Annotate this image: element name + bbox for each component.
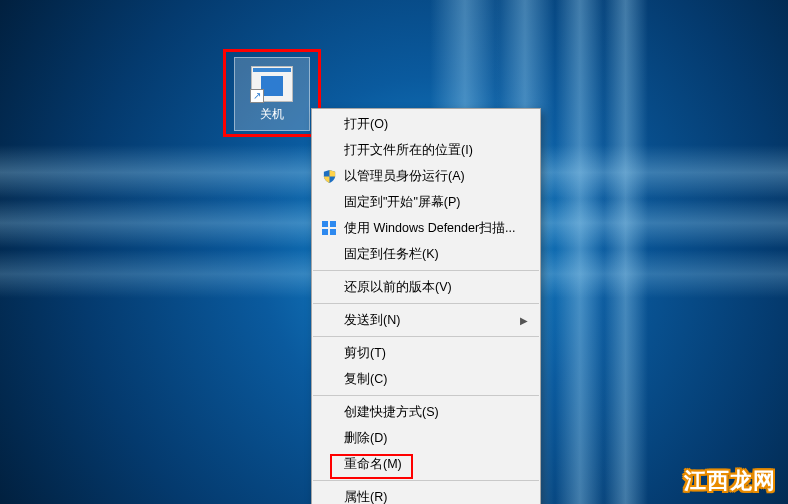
menu-divider [313, 395, 539, 396]
menu-item-label: 属性(R) [344, 489, 530, 505]
menu-item-cut[interactable]: 剪切(T) [312, 340, 540, 366]
context-menu: 打开(O) 打开文件所在的位置(I) 以管理员身份运行(A) 固定到"开始"屏幕… [311, 108, 541, 504]
menu-item-send-to[interactable]: 发送到(N) ▶ [312, 307, 540, 333]
menu-divider [313, 303, 539, 304]
svg-rect-2 [322, 229, 328, 235]
menu-item-open[interactable]: 打开(O) [312, 111, 540, 137]
menu-item-label: 剪切(T) [344, 345, 530, 362]
menu-item-label: 创建快捷方式(S) [344, 404, 530, 421]
shortcut-label: 关机 [260, 106, 284, 123]
menu-item-create-shortcut[interactable]: 创建快捷方式(S) [312, 399, 540, 425]
svg-rect-1 [330, 221, 336, 227]
menu-item-label: 固定到任务栏(K) [344, 246, 530, 263]
menu-item-run-as-admin[interactable]: 以管理员身份运行(A) [312, 163, 540, 189]
submenu-arrow-icon: ▶ [520, 315, 530, 326]
uac-shield-icon [318, 167, 340, 185]
menu-item-label: 删除(D) [344, 430, 530, 447]
watermark-text: 江西龙网 [684, 466, 776, 496]
svg-rect-0 [322, 221, 328, 227]
menu-item-defender-scan[interactable]: 使用 Windows Defender扫描... [312, 215, 540, 241]
menu-item-label: 固定到"开始"屏幕(P) [344, 194, 530, 211]
desktop-shortcut-shutdown[interactable]: ↗ 关机 [234, 57, 310, 131]
menu-divider [313, 270, 539, 271]
menu-item-label: 打开文件所在的位置(I) [344, 142, 530, 159]
menu-item-label: 使用 Windows Defender扫描... [344, 220, 530, 237]
menu-item-restore-previous[interactable]: 还原以前的版本(V) [312, 274, 540, 300]
shortcut-overlay-arrow-icon: ↗ [250, 89, 264, 103]
menu-item-properties[interactable]: 属性(R) [312, 484, 540, 504]
menu-item-copy[interactable]: 复制(C) [312, 366, 540, 392]
menu-item-pin-start[interactable]: 固定到"开始"屏幕(P) [312, 189, 540, 215]
menu-item-label: 以管理员身份运行(A) [344, 168, 530, 185]
menu-divider [313, 480, 539, 481]
menu-item-label: 发送到(N) [344, 312, 520, 329]
menu-item-delete[interactable]: 删除(D) [312, 425, 540, 451]
shortcut-program-icon: ↗ [251, 66, 293, 102]
menu-item-label: 打开(O) [344, 116, 530, 133]
menu-divider [313, 336, 539, 337]
svg-rect-3 [330, 229, 336, 235]
menu-item-label: 还原以前的版本(V) [344, 279, 530, 296]
menu-item-open-location[interactable]: 打开文件所在的位置(I) [312, 137, 540, 163]
menu-item-label: 重命名(M) [344, 456, 530, 473]
windows-defender-icon [318, 219, 340, 237]
menu-item-pin-taskbar[interactable]: 固定到任务栏(K) [312, 241, 540, 267]
desktop-wallpaper: ↗ 关机 打开(O) 打开文件所在的位置(I) 以管理员身份运行(A) [0, 0, 788, 504]
menu-item-label: 复制(C) [344, 371, 530, 388]
menu-item-rename[interactable]: 重命名(M) [312, 451, 540, 477]
